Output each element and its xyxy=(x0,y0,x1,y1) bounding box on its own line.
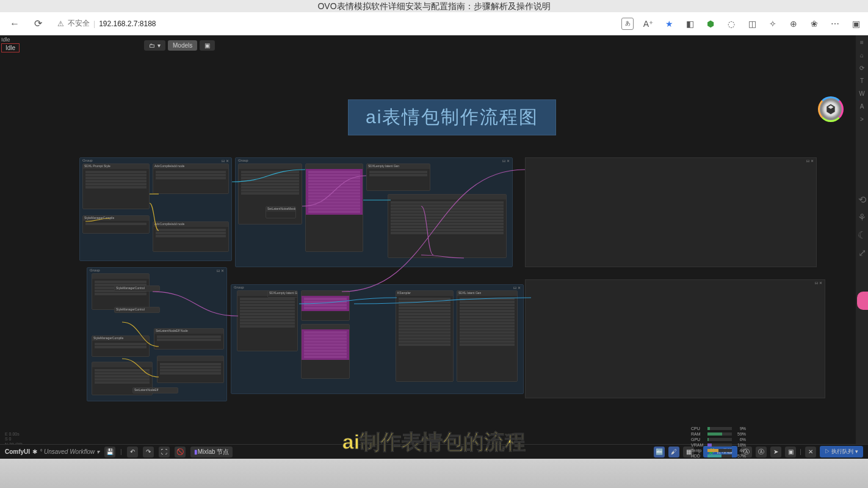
preview-panel[interactable]: ⊟ ✕ xyxy=(525,157,817,267)
workflow-node[interactable]: KSampler xyxy=(396,290,454,382)
node-canvas[interactable]: Group⊟ ✕Group⊟ ✕Group⊟ ✕Group⊟ ✕⊟ ✕⊟ ✕SD… xyxy=(0,35,868,459)
windows-taskbar xyxy=(0,459,868,488)
address-bar[interactable]: ⚠ 不安全 | 192.168.2.7:8188 xyxy=(52,16,161,31)
hw-stat-row: VRAM18% xyxy=(691,442,746,448)
preview-panel[interactable]: ⊟ ✕ xyxy=(525,279,825,398)
mixlab-button[interactable]: ▮Mixlab 节点 xyxy=(190,447,233,458)
ext-b-button[interactable]: Ⓐ xyxy=(756,447,767,458)
gallery-button[interactable]: ▣ xyxy=(785,447,796,458)
share-button[interactable]: ➤ xyxy=(770,447,781,458)
workflow-node[interactable]: StyleManagerControl xyxy=(114,307,160,313)
undo-button[interactable]: ↶ xyxy=(127,447,138,458)
hw-stat-row: HDD57% xyxy=(691,453,746,459)
workflow-node[interactable] xyxy=(301,324,350,379)
workflow-node[interactable]: SDXLempty latent Gen xyxy=(267,290,298,298)
reload-button[interactable]: ⟳ xyxy=(29,15,46,32)
app-brand: ComfyUI xyxy=(5,448,30,455)
workflow-node[interactable]: StyleManagerCompile xyxy=(82,215,150,234)
ext5-icon[interactable]: ❀ xyxy=(808,18,820,30)
workflow-node[interactable]: SDXLempty latent Gen xyxy=(366,163,430,191)
ext1-icon[interactable]: ◧ xyxy=(684,18,696,30)
insecure-label: 不安全 xyxy=(68,18,90,29)
workflow-node[interactable]: AdvCompile/add node xyxy=(153,221,229,252)
read-aloud-icon[interactable]: あ xyxy=(621,18,634,30)
hw-stat-row: GPU6% xyxy=(691,437,746,442)
workflow-node[interactable]: StyleManagerControl xyxy=(114,285,160,292)
side-tab[interactable] xyxy=(857,292,868,310)
hw-stat-row: Temp44° xyxy=(691,448,746,453)
translate-button[interactable]: 🔤 xyxy=(654,447,665,458)
comfyui-app: Idle Idle 🗀▾ Models ▣ ≡⌂⟳TWA> ⟲⚘☾⤢ ai表情包… xyxy=(0,35,868,459)
queue-button[interactable]: ▷ 执行队列 ▾ xyxy=(820,446,863,458)
hardware-stats: CPU9%RAM59%GPU6%VRAM18%Temp44°HDD57% xyxy=(691,426,746,459)
workflow-node[interactable] xyxy=(157,356,224,383)
workflow-node[interactable] xyxy=(237,290,298,351)
back-button[interactable]: ← xyxy=(6,15,23,32)
fit-button[interactable]: ⛶ xyxy=(159,447,170,458)
collections-icon[interactable]: ✧ xyxy=(767,18,779,30)
browser-toolbar: ← ⟳ ⚠ 不安全 | 192.168.2.7:8188 あ A⁺ ★ ◧ ⬢ … xyxy=(0,12,868,35)
favorite-icon[interactable]: ★ xyxy=(663,18,675,30)
sidebar-toggle-icon[interactable]: ▣ xyxy=(850,18,862,30)
workflow-node[interactable]: SDXL Prompt Style xyxy=(82,163,150,209)
video-subtitle: ai制作表情包的流程 xyxy=(342,428,526,456)
hw-stat-row: CPU9% xyxy=(691,426,746,431)
workflow-name[interactable]: ° Unsaved Workflow ▾ xyxy=(40,448,99,455)
ext2-icon[interactable]: ⬢ xyxy=(704,18,717,30)
save-button[interactable]: 💾 xyxy=(104,447,115,458)
url-text: 192.168.2.7:8188 xyxy=(99,20,156,28)
redo-button[interactable]: ↷ xyxy=(143,447,154,458)
workflow-node[interactable]: SetLatentNodeEff xyxy=(132,387,178,393)
workflow-node[interactable]: AdvCompile/add node xyxy=(153,163,229,194)
workflow-node[interactable] xyxy=(301,290,350,321)
star-icon[interactable]: ✱ xyxy=(32,448,37,455)
splitview-icon[interactable]: ◫ xyxy=(746,18,758,30)
workflow-node[interactable]: StyleManagerCompile xyxy=(92,336,150,357)
cancel-button[interactable]: ✕ xyxy=(805,447,816,458)
workflow-node[interactable]: SetLatentNoiseMask xyxy=(266,206,296,218)
insecure-icon: ⚠ xyxy=(57,20,64,28)
hw-stat-row: RAM59% xyxy=(691,431,746,437)
workflow-node[interactable] xyxy=(388,194,507,258)
more-icon[interactable]: ⋯ xyxy=(829,18,841,30)
clear-button[interactable]: 🚫 xyxy=(175,447,186,458)
page-title-bar: OVO表情模拟软件详细安装与配置指南：步骤解析及操作说明 xyxy=(0,0,868,12)
brush-button[interactable]: 🖌 xyxy=(668,447,679,458)
ext3-icon[interactable]: ◌ xyxy=(725,18,737,30)
ext4-icon[interactable]: ⊕ xyxy=(787,18,800,30)
text-size-icon[interactable]: A⁺ xyxy=(642,18,654,30)
workflow-node[interactable]: SDXL latent Gen xyxy=(457,290,518,382)
workflow-node[interactable] xyxy=(305,163,363,252)
workflow-node[interactable]: SetLatentNodeEff Node xyxy=(154,328,224,350)
